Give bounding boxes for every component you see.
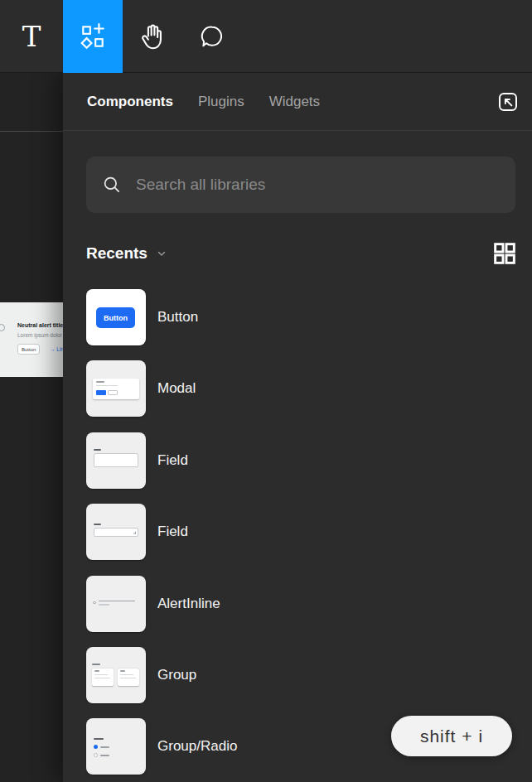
grid-view-icon	[491, 240, 518, 267]
grid-view-button[interactable]	[491, 239, 519, 268]
component-name: Group/Radio	[157, 738, 237, 755]
recents-row: Recents	[86, 239, 519, 268]
components-tool-button[interactable]	[63, 0, 123, 73]
list-item-button[interactable]: Button Button	[86, 289, 532, 345]
list-item-field-select[interactable]: Field	[86, 504, 532, 560]
component-thumbnail	[86, 504, 146, 560]
list-item-alertinline[interactable]: AlertInline	[86, 576, 532, 632]
list-item-modal[interactable]: Modal	[86, 360, 532, 417]
panel-tabs: Components Plugins Widgets	[63, 73, 532, 131]
mini-card	[118, 669, 139, 686]
list-item-field[interactable]: Field	[86, 432, 532, 489]
open-in-window-button[interactable]	[495, 89, 521, 115]
component-thumbnail	[86, 360, 146, 417]
canvas-alert-component: Neutral alert title Lorem ipsum dolor am…	[0, 302, 63, 377]
component-thumbnail	[86, 432, 146, 489]
search-input[interactable]	[136, 176, 501, 194]
toolbar: T	[0, 0, 532, 73]
open-in-window-icon	[496, 89, 520, 114]
mini-alert	[93, 601, 135, 606]
alert-link: → Link text	[50, 346, 63, 352]
component-list: Button Button Modal	[86, 289, 532, 775]
alert-title: Neutral alert title	[17, 322, 63, 328]
mini-card	[92, 669, 114, 686]
mini-modal	[93, 379, 139, 399]
component-name: Button	[157, 309, 198, 326]
tab-components[interactable]: Components	[87, 94, 173, 110]
comment-tool-button[interactable]	[182, 0, 242, 73]
list-item-group[interactable]: Group	[86, 647, 532, 703]
text-tool-button[interactable]: T	[0, 0, 63, 73]
alert-button: Button	[17, 344, 40, 355]
shortcut-hint-text: shift + i	[420, 726, 483, 746]
canvas-area: Neutral alert title Lorem ipsum dolor am…	[0, 73, 63, 782]
component-name: Modal	[157, 380, 196, 397]
component-name: AlertInline	[157, 596, 220, 612]
hand-tool-button[interactable]	[123, 0, 182, 73]
search-box[interactable]	[86, 157, 515, 213]
alert-info-icon	[0, 324, 5, 331]
mini-button: Button	[96, 307, 135, 328]
component-thumbnail	[86, 718, 146, 775]
component-thumbnail	[86, 576, 146, 632]
canvas-frame-edge	[0, 131, 63, 132]
comment-tool-icon	[199, 23, 225, 50]
text-tool-icon: T	[22, 22, 41, 51]
components-tool-icon	[79, 22, 107, 51]
component-name: Group	[157, 667, 196, 683]
tab-widgets[interactable]: Widgets	[269, 94, 320, 110]
chevron-down-icon[interactable]	[156, 248, 167, 259]
component-thumbnail: Button	[86, 289, 146, 345]
component-name: Field	[157, 524, 188, 540]
search-icon	[101, 174, 123, 196]
component-name: Field	[157, 452, 188, 469]
recents-dropdown[interactable]: Recents	[86, 244, 148, 263]
component-thumbnail	[86, 647, 146, 703]
shortcut-hint: shift + i	[391, 716, 512, 756]
tab-plugins[interactable]: Plugins	[198, 94, 244, 110]
components-panel: Components Plugins Widgets Recents	[63, 73, 532, 782]
alert-body: Lorem ipsum dolor amet conse	[17, 332, 63, 338]
hand-tool-icon	[138, 22, 167, 51]
